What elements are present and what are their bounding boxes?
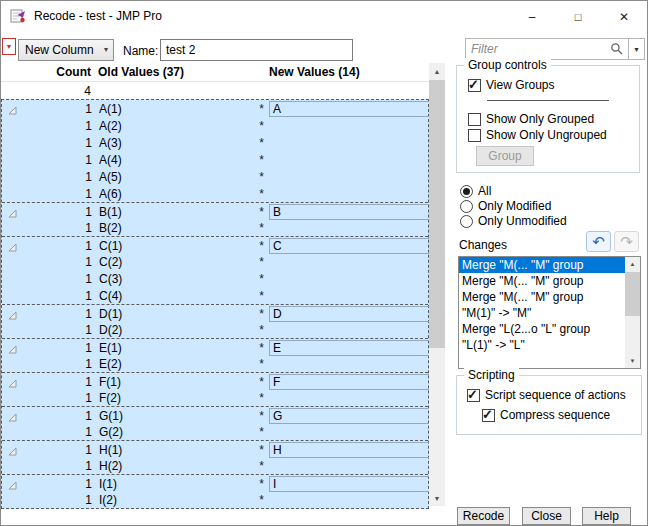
row-new-value-input[interactable]: C	[269, 238, 433, 254]
table-row[interactable]: 1E(2)*	[2, 355, 428, 372]
table-row[interactable]: 1F(1)*F	[2, 372, 428, 389]
scrollbar-thumb[interactable]	[429, 80, 445, 348]
table-row[interactable]: 1E(1)*E	[2, 338, 428, 355]
name-input[interactable]	[160, 39, 353, 61]
row-count: 1	[22, 357, 92, 371]
table-row[interactable]: 1A(4)*	[2, 151, 428, 168]
radio-only-unmodified-circle[interactable]	[460, 215, 473, 228]
radio-only-modified-circle[interactable]	[460, 200, 473, 213]
show-only-grouped-checkbox[interactable]	[468, 113, 481, 126]
maximize-button[interactable]: □	[555, 1, 601, 32]
show-only-grouped-row[interactable]: Show Only Grouped	[468, 112, 594, 126]
row-old-value: D(2)	[99, 323, 122, 337]
table-row[interactable]: 1I(1)*I	[2, 474, 428, 491]
table-row[interactable]: 1D(1)*D	[2, 304, 428, 321]
row-star: *	[248, 425, 264, 439]
close-dialog-button[interactable]: Close	[522, 507, 571, 525]
filter-dropdown-button[interactable]: ▼	[629, 38, 645, 60]
titlebar: Recode - test - JMP Pro – □ ✕	[1, 1, 647, 32]
table-row[interactable]: 1G(1)*G	[2, 406, 428, 423]
table-row[interactable]: 4	[1, 82, 429, 99]
row-new-value-input[interactable]: G	[269, 408, 433, 424]
scroll-up-icon[interactable]: ▲	[625, 257, 640, 271]
script-sequence-row[interactable]: Script sequence of actions	[467, 388, 626, 402]
group-button[interactable]: Group	[476, 146, 534, 166]
table-row[interactable]: 1A(2)*	[2, 117, 428, 134]
row-star: *	[248, 459, 264, 473]
table-row[interactable]: 1A(3)*	[2, 134, 428, 151]
row-count: 1	[22, 493, 92, 507]
changes-list-item[interactable]: Merge "M(... "M" group	[459, 257, 626, 273]
table-row[interactable]: 1C(2)*	[2, 253, 428, 270]
table-row[interactable]: 1I(2)*	[2, 491, 428, 508]
disclosure-triangle-icon[interactable]	[8, 104, 17, 118]
minimize-button[interactable]: –	[509, 1, 555, 32]
filter-box	[465, 38, 629, 60]
view-groups-checkbox[interactable]	[468, 79, 481, 92]
table-row[interactable]: 1A(5)*	[2, 168, 428, 185]
row-new-value-input[interactable]: B	[269, 204, 433, 220]
recode-button[interactable]: Recode	[457, 507, 510, 525]
changes-list-item[interactable]: "L(1)" -> "L"	[459, 337, 626, 353]
column-header-new-values[interactable]: New Values (14)	[269, 65, 360, 79]
table-row[interactable]: 1F(2)*	[2, 389, 428, 406]
row-new-value-input[interactable]: A	[269, 101, 433, 117]
table-scrollbar[interactable]: ▲ ▼	[429, 63, 445, 506]
view-groups-row[interactable]: View Groups	[468, 78, 554, 92]
filter-input[interactable]	[466, 40, 614, 58]
row-old-value: A(5)	[99, 170, 122, 184]
row-old-value: H(2)	[99, 459, 122, 473]
table-row[interactable]: 1A(1)*A	[2, 100, 428, 117]
row-star: *	[248, 409, 264, 423]
view-groups-label: View Groups	[486, 78, 554, 92]
show-only-ungrouped-checkbox[interactable]	[468, 129, 481, 142]
redo-button[interactable]: ↷	[614, 231, 639, 252]
table-row[interactable]: 1B(2)*	[2, 219, 428, 236]
radio-only-unmodified[interactable]: Only Unmodified	[460, 214, 567, 228]
row-new-value-input[interactable]: H	[269, 442, 433, 458]
column-header-old-values[interactable]: Old Values (37)	[98, 65, 184, 79]
table-row[interactable]: 1A(6)*	[2, 185, 428, 202]
row-new-value-input[interactable]: D	[269, 306, 433, 322]
radio-all-circle[interactable]	[460, 185, 473, 198]
changes-list-item[interactable]: Merge "L(2...o "L" group	[459, 321, 626, 337]
table-row[interactable]: 1G(2)*	[2, 423, 428, 440]
changes-scrollbar[interactable]: ▲ ▼	[625, 257, 640, 368]
radio-all[interactable]: All	[460, 184, 491, 198]
help-button[interactable]: Help	[582, 507, 631, 525]
table-row[interactable]: 1H(1)*H	[2, 440, 428, 457]
table-row[interactable]: 1H(2)*	[2, 457, 428, 474]
search-icon[interactable]	[610, 42, 624, 59]
undo-button[interactable]: ↶	[586, 231, 611, 252]
table-row[interactable]: 1C(3)*	[2, 270, 428, 287]
row-new-value-input[interactable]: I	[269, 476, 433, 492]
compress-sequence-checkbox[interactable]	[482, 409, 495, 422]
column-mode-dropdown[interactable]: New Column ▾	[18, 39, 114, 61]
table-body: 41A(1)*A1A(2)*1A(3)*1A(4)*1A(5)*1A(6)*1B…	[1, 82, 429, 509]
table-row[interactable]: 1D(2)*	[2, 321, 428, 338]
changes-list-item[interactable]: "M(1)" -> "M"	[459, 305, 626, 321]
scroll-down-icon[interactable]: ▼	[625, 354, 640, 368]
scroll-up-icon[interactable]: ▲	[429, 63, 445, 79]
script-sequence-checkbox[interactable]	[467, 389, 480, 402]
red-triangle-menu-button[interactable]: ▼	[2, 38, 16, 55]
scrollbar-thumb[interactable]	[625, 272, 640, 316]
changes-list-item[interactable]: Merge "M(... "M" group	[459, 289, 626, 305]
row-new-value-input[interactable]: F	[269, 374, 433, 390]
table-row[interactable]: 1B(1)*B	[2, 202, 428, 219]
radio-only-modified-label: Only Modified	[478, 199, 551, 213]
row-count: 1	[22, 425, 92, 439]
row-old-value: B(2)	[99, 221, 122, 235]
close-button[interactable]: ✕	[601, 1, 647, 32]
changes-list-item[interactable]: Merge "M(... "M" group	[459, 273, 626, 289]
row-star: *	[248, 205, 264, 219]
radio-only-modified[interactable]: Only Modified	[460, 199, 551, 213]
row-new-value-input[interactable]: E	[269, 340, 433, 356]
scroll-down-icon[interactable]: ▼	[429, 490, 445, 506]
column-header-count[interactable]: Count	[21, 65, 91, 79]
row-old-value: E(1)	[99, 341, 122, 355]
show-only-ungrouped-row[interactable]: Show Only Ungrouped	[468, 128, 607, 142]
table-row[interactable]: 1C(4)*	[2, 287, 428, 304]
table-row[interactable]: 1C(1)*C	[2, 236, 428, 253]
compress-sequence-row[interactable]: Compress sequence	[482, 408, 610, 422]
